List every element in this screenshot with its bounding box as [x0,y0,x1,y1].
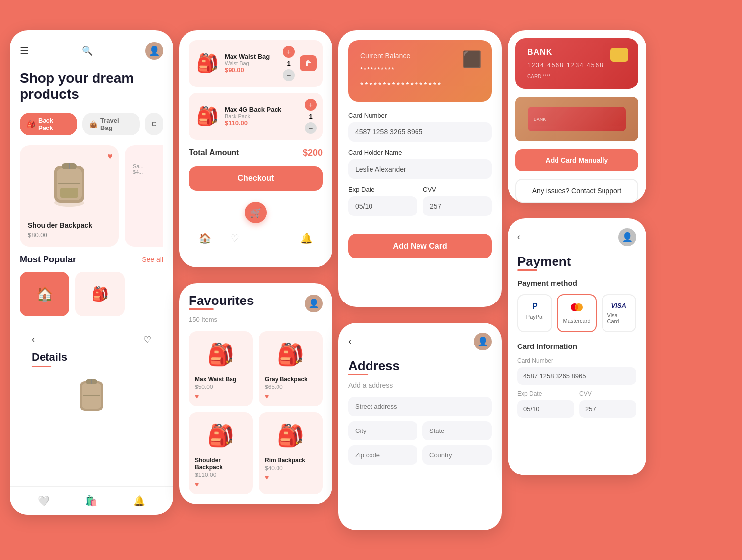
payment-screen: ‹ 👤 Payment Payment method P PayPal [508,218,646,475]
card-visual: Current Balance ********** *************… [348,40,492,102]
city-state-row [348,421,492,440]
back-button[interactable]: ‹ [32,334,35,345]
address-title: Address [348,358,492,374]
qty-minus-2[interactable]: − [305,122,317,134]
nav-bell-2[interactable]: 🔔 [300,232,313,244]
fav-item-2[interactable]: 🎒 Gray Backpack $65.00 ♥ [259,331,323,406]
category-tabs: 🎒 Back Pack 👜 Travel Bag C [20,113,163,135]
nav-home-icon[interactable]: 🤍 [38,495,50,507]
fav-price-3: $110.00 [195,472,247,478]
add-new-card-button[interactable]: Add New Card [348,234,492,258]
fav-img-1: 🎒 [195,337,247,372]
visa-method[interactable]: VISA Visa Card [602,294,636,332]
nav-bag-icon[interactable]: 🛍️ [85,495,97,507]
hand-image: BANK [515,97,638,141]
payment-methods: P PayPal Mastercard [517,294,636,332]
mastercard-icon [570,302,584,315]
bank-card-visual: BANK 1234 4568 1234 4568 CARD **** [515,38,638,89]
payment-back-btn[interactable]: ‹ [517,232,520,242]
mastercard-method[interactable]: Mastercard [557,294,596,332]
address-screen: ‹ 👤 Address Add a address [338,323,502,530]
second-product-card[interactable]: Sa... $4... [125,145,163,247]
shop-title: Shop your dream products [20,70,163,103]
address-header: ‹ 👤 [348,333,492,350]
nav-bell-icon[interactable]: 🔔 [133,495,145,507]
favourite-icon[interactable]: ♡ [143,334,151,345]
pay-exp-cvv-row: Exp Date CVV [517,385,636,418]
card-holder-input[interactable] [348,159,492,179]
cart-item-2-sub: Back Pack [225,113,300,119]
cart-item-1-name: Max Waist Bag [225,53,278,60]
menu-icon[interactable]: ☰ [20,45,29,57]
cart-item-1-sub: Waist Bag [225,60,278,66]
pay-card-number-input[interactable] [517,367,636,385]
fav-name-3: Shoulder Backpack [195,457,247,471]
cart-item-2-name: Max 4G Back Pack [225,106,300,113]
avatar[interactable]: 👤 [145,42,163,60]
tab-backpack[interactable]: 🎒 Back Pack [20,113,77,135]
exp-cvv-row: Exp Date CVV [348,179,492,216]
fav-name-1: Max Waist Bag [195,376,247,383]
nav-home-2[interactable]: 🏠 [199,232,211,244]
delete-btn-1[interactable]: 🗑 [300,55,317,71]
fav-item-4[interactable]: 🎒 Rim Backpack $40.00 ♥ [259,412,323,494]
card-form: Card Number Card Holder Name Exp Date CV… [338,112,502,226]
details-section: ‹ ♡ Details [24,326,159,434]
tab-travelbag[interactable]: 👜 Travel Bag [82,113,140,135]
add-card-manually-button[interactable]: Add Card Manually [515,149,638,171]
pay-cvv-input[interactable] [579,400,636,418]
city-input[interactable] [348,421,417,440]
qty-plus-2[interactable]: + [305,99,317,111]
see-all-link[interactable]: See all [142,256,163,263]
state-input[interactable] [422,421,492,440]
cart-item-1: 🎒 Max Waist Bag Waist Bag $90.00 + 1 − 🗑 [189,40,323,87]
address-back-btn[interactable]: ‹ [348,336,351,346]
total-label: Total Amount [189,148,239,157]
cart-fab[interactable]: 🛒 [245,202,267,223]
featured-product-card[interactable]: ♥ Shoulder Backpack $80.00 [20,145,119,247]
cvv-input[interactable] [423,196,492,216]
address-underline [348,374,368,375]
tab-more[interactable]: C [145,113,163,135]
payment-avatar[interactable]: 👤 [618,228,636,246]
nav-heart-2[interactable]: ♡ [231,232,239,244]
contact-support-button[interactable]: Any issues? Contact Support [515,179,638,203]
qty-minus-1[interactable]: − [283,69,295,81]
popular-card-2[interactable]: 🎒 [75,272,125,316]
paypal-method[interactable]: P PayPal [517,294,552,332]
travelbag-tab-icon: 👜 [89,120,97,128]
favs-avatar[interactable]: 👤 [305,295,323,312]
details-product-image [32,367,151,427]
exp-date-input[interactable] [348,196,417,216]
fav-heart-1[interactable]: ♥ [195,392,247,400]
favs-title: Favourites [189,293,254,308]
search-icon[interactable]: 🔍 [82,45,93,56]
zip-input[interactable] [348,445,417,465]
qty-2: 1 [309,113,312,120]
svg-rect-11 [83,395,100,396]
fav-name-2: Gray Backpack [265,376,317,383]
country-input[interactable] [422,445,492,465]
total-amount: $200 [303,148,323,158]
fav-heart-4[interactable]: ♥ [265,474,317,481]
qty-plus-1[interactable]: + [283,46,295,58]
fav-heart-2[interactable]: ♥ [265,392,317,400]
product-image [28,153,111,217]
fav-item-3[interactable]: 🎒 Shoulder Backpack $110.00 ♥ [189,412,253,494]
checkout-button[interactable]: Checkout [189,166,323,191]
street-input[interactable] [348,397,492,416]
card-number-input[interactable] [348,122,492,142]
address-avatar[interactable]: 👤 [474,333,492,350]
bank-card-screen: BANK 1234 4568 1234 4568 CARD **** BANK … [508,30,646,203]
pay-cvv-label: CVV [579,390,636,397]
fav-heart-3[interactable]: ♥ [195,480,247,488]
pay-exp-input[interactable] [517,400,574,418]
cart-item-2: 🎒 Max 4G Back Pack Back Pack $110.00 + 1… [189,93,323,140]
popular-card-1[interactable]: 🏠 [20,272,69,316]
fav-img-2: 🎒 [265,337,317,372]
details-title: Details [32,351,151,364]
bank-card-extra: CARD **** [527,74,626,79]
heart-button[interactable]: ♥ [107,151,113,162]
fav-item-1[interactable]: 🎒 Max Waist Bag $50.00 ♥ [189,331,253,406]
popular-row: 🏠 🎒 [20,272,163,316]
